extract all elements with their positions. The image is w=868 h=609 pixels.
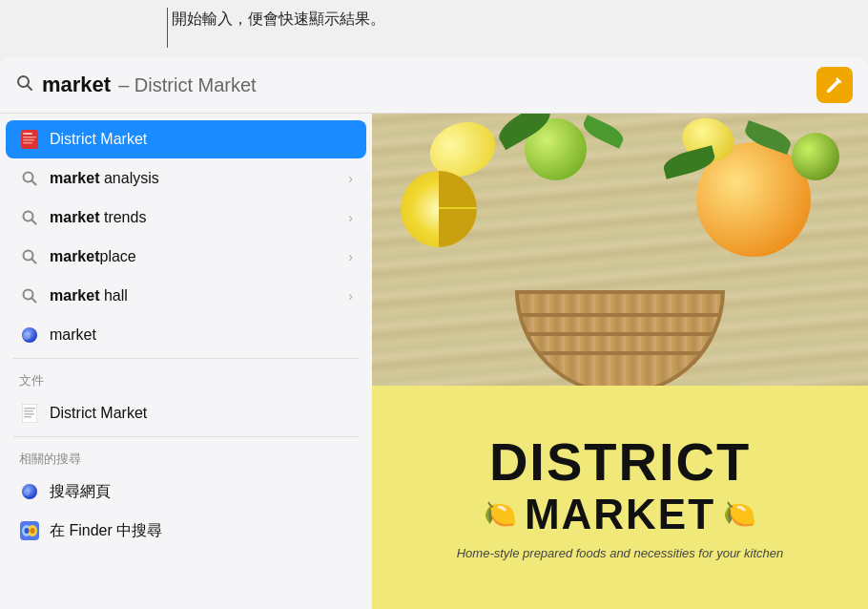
chevron-icon-1: › — [348, 171, 353, 186]
section-divider-1 — [13, 358, 359, 359]
search-web-icon — [19, 481, 40, 502]
svg-point-27 — [25, 528, 30, 534]
preview-title-line1: DISTRICT — [489, 435, 751, 489]
svg-point-16 — [23, 332, 31, 340]
search-mag-icon-2 — [19, 207, 40, 228]
chevron-icon-2: › — [348, 210, 353, 225]
result-market-spotlight[interactable]: market — [6, 316, 366, 354]
result-market-trends[interactable]: market trends › — [6, 199, 366, 237]
preview-text-area: DISTRICT 🍋 MARKET 🍋 Home-style prepared … — [372, 386, 868, 609]
spotlight-icon — [19, 325, 40, 346]
tooltip-line — [167, 8, 168, 48]
svg-rect-3 — [23, 133, 32, 135]
result-label-market-hall: market hall — [50, 287, 339, 304]
section-divider-2 — [13, 436, 359, 437]
search-query-suffix: – District Market — [118, 74, 256, 96]
pages-icon — [19, 129, 40, 150]
preview-fruit-image — [372, 114, 868, 386]
search-bar: market – District Market — [0, 57, 868, 114]
search-panel: market – District Market — [0, 57, 868, 609]
svg-line-12 — [31, 259, 36, 263]
result-label-doc-district-market: District Market — [50, 405, 353, 422]
result-label-market-trends: market trends — [50, 209, 339, 226]
chevron-icon-3: › — [348, 249, 353, 264]
search-mag-icon-4 — [19, 285, 40, 306]
result-label-market-analysis: market analysis — [50, 170, 339, 187]
svg-rect-5 — [23, 139, 34, 141]
document-icon — [19, 403, 40, 424]
svg-line-14 — [31, 298, 36, 303]
tooltip-text: 開始輸入，便會快速顯示結果。 — [172, 10, 385, 30]
svg-rect-4 — [23, 136, 36, 138]
search-mag-icon-3 — [19, 246, 40, 267]
result-label-search-web: 搜尋網頁 — [50, 482, 353, 502]
svg-line-10 — [31, 220, 36, 224]
result-market-hall[interactable]: market hall › — [6, 277, 366, 315]
preview-subtitle: Home-style prepared foods and necessitie… — [457, 546, 784, 560]
result-doc-district-market[interactable]: District Market — [6, 394, 366, 432]
preview-container: DISTRICT 🍋 MARKET 🍋 Home-style prepared … — [372, 114, 868, 609]
svg-rect-21 — [24, 416, 31, 418]
svg-rect-6 — [23, 142, 32, 144]
result-district-market[interactable]: District Market — [6, 120, 366, 158]
left-panel: District Market market analysis › — [0, 114, 372, 609]
search-query-bold: market — [42, 73, 111, 97]
svg-rect-18 — [24, 408, 35, 410]
result-label-find-in-finder: 在 Finder 中搜尋 — [50, 521, 353, 541]
result-label-market: market — [50, 326, 353, 344]
result-search-web[interactable]: 搜尋網頁 — [6, 472, 366, 511]
chevron-icon-4: › — [348, 288, 353, 304]
preview-title-line2: MARKET — [525, 491, 715, 538]
result-marketplace[interactable]: marketplace › — [6, 238, 366, 276]
edit-button[interactable] — [816, 67, 853, 103]
svg-point-23 — [24, 490, 31, 496]
fruit-emoji-right: 🍋 — [723, 498, 756, 530]
svg-line-8 — [31, 180, 36, 185]
result-find-in-finder[interactable]: 在 Finder 中搜尋 — [6, 512, 366, 550]
result-market-analysis[interactable]: market analysis › — [6, 159, 366, 198]
result-label-district-market: District Market — [50, 131, 353, 148]
preview-title-line2-wrap: 🍋 MARKET 🍋 — [484, 491, 756, 538]
section-header-documents: 文件 — [0, 363, 372, 393]
svg-rect-20 — [24, 413, 34, 415]
svg-point-28 — [31, 528, 35, 534]
search-mag-icon-1 — [19, 168, 40, 189]
search-icon — [15, 74, 34, 97]
right-preview-panel: DISTRICT 🍋 MARKET 🍋 Home-style prepared … — [372, 114, 868, 609]
svg-line-1 — [28, 85, 32, 90]
fruit-emoji-left: 🍋 — [484, 498, 517, 530]
svg-rect-19 — [24, 410, 33, 412]
finder-icon — [19, 520, 40, 541]
main-content: District Market market analysis › — [0, 114, 868, 609]
section-header-related: 相關的搜尋 — [0, 441, 372, 472]
result-label-marketplace: marketplace — [50, 248, 339, 265]
